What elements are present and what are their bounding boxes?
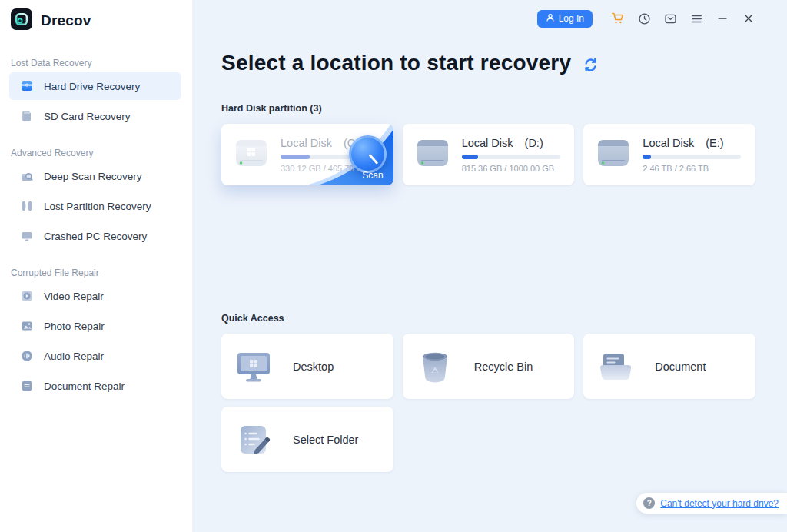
sidebar-item-lost-partition-recovery[interactable]: Lost Partition Recovery bbox=[9, 192, 181, 220]
mail-icon[interactable] bbox=[663, 12, 677, 25]
disk-info: Local Disk (E:) 2.46 TB / 2.66 TB bbox=[643, 137, 741, 173]
audio-icon bbox=[20, 349, 34, 363]
help-pill: ? Can't detect your hard drive? bbox=[636, 493, 787, 514]
disk-title: Local Disk (D:) bbox=[462, 137, 560, 149]
hard-drive-help-link[interactable]: Can't detect your hard drive? bbox=[660, 498, 779, 509]
sidebar-section-advanced: Advanced Recovery bbox=[11, 148, 192, 158]
page-header: Select a location to start recovery bbox=[221, 51, 755, 75]
dial-needle bbox=[368, 153, 378, 164]
sidebar-item-document-repair[interactable]: Document Repair bbox=[9, 372, 181, 400]
refresh-icon[interactable] bbox=[583, 57, 599, 73]
disk-card-e[interactable]: Local Disk (E:) 2.46 TB / 2.66 TB bbox=[583, 124, 755, 185]
quick-access-label-text: Recycle Bin bbox=[474, 361, 533, 373]
login-button[interactable]: Log In bbox=[537, 10, 593, 28]
sidebar: Drecov Lost Data Recovery Hard Drive Rec… bbox=[0, 0, 192, 532]
disk-card-c[interactable]: Local Disk (C:) 330.12 GB / 465.76 GB Sc… bbox=[221, 124, 394, 185]
login-label: Log In bbox=[559, 13, 584, 24]
disk-usage-bar bbox=[643, 155, 741, 159]
disk-usage-bar bbox=[281, 155, 354, 159]
disk-card-d[interactable]: Local Disk (D:) 815.36 GB / 1000.00 GB bbox=[403, 124, 575, 185]
window-topbar: Log In bbox=[221, 0, 755, 34]
app-name: Drecov bbox=[41, 12, 91, 29]
brand: Drecov bbox=[0, 6, 192, 35]
sidebar-item-label: Crashed PC Recovery bbox=[44, 231, 147, 242]
minimize-icon[interactable] bbox=[716, 12, 729, 25]
sidebar-item-photo-repair[interactable]: Photo Repair bbox=[9, 312, 181, 340]
app-logo-icon bbox=[11, 8, 32, 33]
disk-cards: Local Disk (C:) 330.12 GB / 465.76 GB Sc… bbox=[221, 124, 755, 185]
photo-icon bbox=[20, 319, 34, 333]
sidebar-item-label: Deep Scan Recovery bbox=[44, 171, 142, 182]
sidebar-item-label: Document Repair bbox=[44, 381, 125, 392]
sidebar-item-label: Photo Repair bbox=[44, 321, 105, 332]
quick-access-desktop[interactable]: Desktop bbox=[221, 334, 394, 399]
sidebar-item-label: Lost Partition Recovery bbox=[44, 201, 151, 212]
disk-name: Local Disk bbox=[643, 137, 694, 149]
scan-label: Scan bbox=[362, 170, 383, 181]
hard-drive-icon bbox=[20, 79, 34, 93]
deep-scan-icon bbox=[20, 169, 34, 183]
document-icon bbox=[20, 379, 34, 393]
disk-info: Local Disk (D:) 815.36 GB / 1000.00 GB bbox=[462, 137, 560, 173]
sidebar-item-crashed-pc-recovery[interactable]: Crashed PC Recovery bbox=[9, 222, 181, 250]
video-icon bbox=[20, 289, 34, 303]
disk-title: Local Disk (E:) bbox=[643, 137, 741, 149]
scan-dial-button[interactable] bbox=[349, 135, 387, 173]
quick-access-label-text: Document bbox=[655, 361, 706, 373]
quick-access-label-text: Select Folder bbox=[293, 434, 358, 446]
sidebar-item-video-repair[interactable]: Video Repair bbox=[9, 282, 181, 310]
close-icon[interactable] bbox=[742, 12, 755, 25]
sidebar-item-deep-scan-recovery[interactable]: Deep Scan Recovery bbox=[9, 162, 181, 190]
page-title: Select a location to start recovery bbox=[221, 51, 571, 75]
quick-access-label-text: Desktop bbox=[293, 361, 334, 373]
disk-usage-text: 2.46 TB / 2.66 TB bbox=[643, 164, 741, 173]
quick-access-recycle-bin[interactable]: Recycle Bin bbox=[403, 334, 575, 399]
sidebar-item-label: Video Repair bbox=[44, 291, 104, 302]
disk-letter: (D:) bbox=[525, 137, 543, 149]
app-window: Drecov Lost Data Recovery Hard Drive Rec… bbox=[0, 0, 787, 532]
quick-access-cards: Desktop Recycle Bin bbox=[221, 334, 755, 399]
quick-access-cards-row2: Select Folder bbox=[221, 407, 755, 472]
hamburger-menu-icon[interactable] bbox=[689, 12, 703, 25]
sd-card-icon bbox=[20, 109, 34, 123]
drive-e-icon bbox=[596, 137, 631, 172]
quick-access-label: Quick Access bbox=[221, 313, 755, 324]
quick-access-select-folder[interactable]: Select Folder bbox=[221, 407, 394, 472]
drive-c-icon bbox=[234, 137, 269, 172]
cart-icon[interactable] bbox=[611, 12, 625, 25]
sidebar-item-label: Audio Repair bbox=[44, 351, 104, 362]
sidebar-item-sd-card-recovery[interactable]: SD Card Recovery bbox=[9, 102, 181, 130]
sidebar-item-label: SD Card Recovery bbox=[44, 111, 131, 122]
sidebar-item-hard-drive-recovery[interactable]: Hard Drive Recovery bbox=[9, 72, 181, 100]
quick-access-document[interactable]: Document bbox=[583, 334, 755, 399]
disk-name: Local Disk bbox=[462, 137, 513, 149]
partition-icon bbox=[20, 199, 34, 213]
monitor-icon bbox=[20, 229, 34, 243]
sidebar-item-audio-repair[interactable]: Audio Repair bbox=[9, 342, 181, 370]
history-clock-icon[interactable] bbox=[637, 12, 651, 25]
user-icon bbox=[546, 13, 555, 25]
disk-section-label: Hard Disk partition (3) bbox=[221, 103, 755, 114]
main-panel: Log In bbox=[192, 0, 787, 532]
disk-letter: (E:) bbox=[706, 137, 723, 149]
desktop-icon bbox=[234, 349, 273, 384]
drive-d-icon bbox=[415, 137, 450, 172]
disk-name: Local Disk bbox=[281, 137, 332, 149]
sidebar-section-lost-data: Lost Data Recovery bbox=[11, 58, 192, 68]
sidebar-section-file-repair: Corrupted File Repair bbox=[11, 268, 192, 278]
disk-usage-text: 815.36 GB / 1000.00 GB bbox=[462, 164, 560, 173]
recycle-bin-icon bbox=[416, 349, 454, 384]
disk-usage-bar bbox=[462, 155, 560, 159]
select-folder-icon bbox=[234, 422, 273, 457]
help-question-icon: ? bbox=[643, 497, 655, 509]
sidebar-item-label: Hard Drive Recovery bbox=[44, 81, 140, 92]
document-folder-icon bbox=[596, 349, 635, 384]
